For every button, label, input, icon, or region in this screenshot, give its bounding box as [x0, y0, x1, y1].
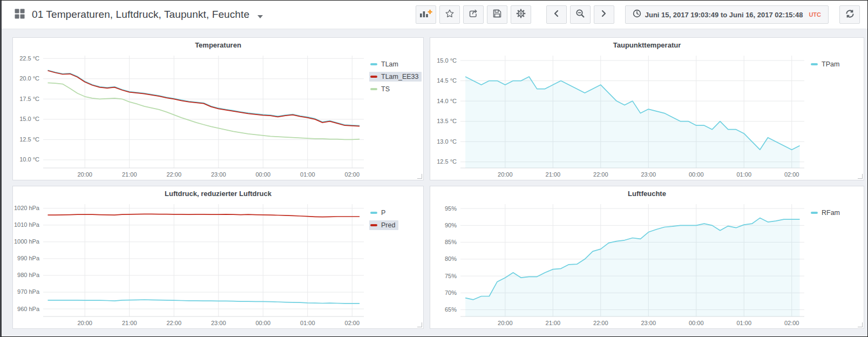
time-forward-button[interactable]	[594, 5, 614, 24]
panel-title[interactable]: Temperaturen	[13, 38, 423, 52]
svg-text:22:00: 22:00	[166, 320, 181, 326]
svg-text:02:00: 02:00	[345, 171, 360, 178]
navbar-right: Juni 15, 2017 19:03:49 to Juni 16, 2017 …	[416, 5, 867, 24]
svg-text:00:00: 00:00	[256, 320, 271, 326]
svg-text:20:00: 20:00	[498, 171, 513, 178]
panel-taupunkttemperatur: Taupunkttemperatur 20:0021:0022:0023:000…	[430, 37, 864, 180]
chart-canvas[interactable]: 20:0021:0022:0023:0000:0001:0002:00960 h…	[13, 201, 369, 328]
grafana-dashboard: 01 Temperaturen, Luftdruck, Taupunkt, Fe…	[0, 0, 868, 337]
panel-body: 20:0021:0022:0023:0000:0001:0002:0065%70…	[430, 201, 864, 328]
svg-text:22:00: 22:00	[593, 171, 608, 178]
legend-item-tlam_ee33[interactable]: TLam_EE33	[369, 72, 422, 82]
save-icon	[492, 9, 502, 21]
chart-area[interactable]: 20:0021:0022:0023:0000:0001:0002:0065%70…	[430, 201, 810, 328]
panel-resize-handle[interactable]	[858, 174, 863, 179]
legend-swatch	[370, 88, 377, 90]
gear-icon	[516, 9, 526, 21]
panel-resize-handle[interactable]	[858, 322, 863, 327]
panel-resize-handle[interactable]	[417, 322, 422, 327]
svg-text:970 hPa: 970 hPa	[17, 288, 40, 295]
settings-button[interactable]	[511, 5, 531, 24]
svg-text:20:00: 20:00	[498, 320, 513, 326]
save-button[interactable]	[487, 5, 507, 24]
svg-text:23:00: 23:00	[211, 171, 226, 178]
legend-item-tlam[interactable]: TLam	[369, 59, 402, 69]
panel-title[interactable]: Luftdruck, reduzierter Luftdruck	[13, 186, 423, 201]
chart-canvas[interactable]: 20:0021:0022:0023:0000:0001:0002:0012.5 …	[430, 52, 810, 180]
chart-area[interactable]: 20:0021:0022:0023:0000:0001:0002:0012.5 …	[430, 52, 810, 180]
svg-text:65%: 65%	[445, 306, 457, 313]
legend-item-rfam[interactable]: RFam	[810, 208, 843, 218]
svg-text:00:00: 00:00	[689, 171, 704, 178]
svg-text:00:00: 00:00	[256, 171, 271, 178]
add-panel-icon	[419, 9, 432, 21]
svg-text:70%: 70%	[445, 289, 457, 296]
legend-item-pred[interactable]: Pred	[369, 220, 398, 230]
svg-text:14.5 °C: 14.5 °C	[437, 77, 457, 84]
svg-text:14.0 °C: 14.0 °C	[437, 98, 457, 104]
zoom-out-button[interactable]	[570, 5, 591, 24]
share-button[interactable]	[463, 5, 484, 24]
legend-swatch	[811, 212, 818, 214]
dashboard-title[interactable]: 01 Temperaturen, Luftdruck, Taupunkt, Fe…	[32, 9, 249, 21]
panel-body: 20:0021:0022:0023:0000:0001:0002:00960 h…	[13, 201, 423, 328]
svg-text:10.0 °C: 10.0 °C	[19, 156, 39, 163]
svg-text:21:00: 21:00	[122, 320, 137, 326]
svg-text:23:00: 23:00	[641, 171, 656, 178]
svg-text:1000 hPa: 1000 hPa	[14, 238, 40, 245]
time-range-picker[interactable]: Juni 15, 2017 19:03:49 to Juni 16, 2017 …	[625, 5, 829, 24]
panel-title[interactable]: Luftfeuchte	[430, 186, 864, 201]
svg-text:17.5 °C: 17.5 °C	[19, 96, 39, 102]
chart-area[interactable]: 20:0021:0022:0023:0000:0001:0002:0010.0 …	[13, 52, 369, 180]
share-icon	[468, 9, 478, 21]
svg-text:22.5 °C: 22.5 °C	[19, 55, 39, 62]
chart-canvas[interactable]: 20:0021:0022:0023:0000:0001:0002:0010.0 …	[13, 52, 369, 180]
svg-text:75%: 75%	[445, 273, 457, 279]
legend-item-ts[interactable]: TS	[369, 84, 393, 94]
legend-item-tpam[interactable]: TPam	[810, 59, 843, 69]
chevron-right-icon	[601, 10, 607, 19]
star-icon	[445, 9, 455, 21]
legend-label: TS	[381, 85, 390, 93]
chart-area[interactable]: 20:0021:0022:0023:0000:0001:0002:00960 h…	[13, 201, 369, 328]
favorite-button[interactable]	[439, 5, 460, 24]
caret-down-icon[interactable]	[257, 11, 263, 21]
panel-body: 20:0021:0022:0023:0000:0001:0002:0010.0 …	[13, 52, 423, 180]
svg-text:22:00: 22:00	[593, 320, 608, 326]
svg-text:80%: 80%	[445, 255, 457, 262]
legend-label: TPam	[822, 60, 839, 68]
svg-text:1020 hPa: 1020 hPa	[14, 205, 40, 211]
legend-swatch	[370, 224, 377, 226]
svg-text:15.0 °C: 15.0 °C	[19, 116, 39, 122]
legend-label: TLam	[381, 60, 398, 68]
chart-canvas[interactable]: 20:0021:0022:0023:0000:0001:0002:0065%70…	[430, 201, 810, 328]
zoom-out-icon	[575, 9, 585, 21]
dashboard-grid-icon[interactable]	[15, 9, 25, 21]
svg-text:12.5 °C: 12.5 °C	[437, 158, 457, 165]
svg-text:01:00: 01:00	[300, 320, 315, 326]
svg-text:85%: 85%	[445, 239, 457, 245]
svg-text:15.0 °C: 15.0 °C	[437, 57, 457, 64]
refresh-button[interactable]	[839, 5, 860, 24]
legend-swatch	[811, 63, 818, 65]
legend: TLamTLam_EE33TS	[369, 52, 423, 180]
svg-text:21:00: 21:00	[546, 320, 561, 326]
svg-text:13.5 °C: 13.5 °C	[437, 118, 457, 124]
add-panel-button[interactable]	[416, 5, 436, 24]
panel-title[interactable]: Taupunkttemperatur	[430, 38, 864, 52]
svg-text:95%: 95%	[445, 205, 457, 212]
svg-text:00:00: 00:00	[689, 320, 704, 326]
navbar-left: 01 Temperaturen, Luftdruck, Taupunkt, Fe…	[2, 9, 416, 21]
svg-text:02:00: 02:00	[784, 171, 799, 178]
time-back-button[interactable]	[546, 5, 567, 24]
panel-luftdruck: Luftdruck, reduzierter Luftdruck 20:0021…	[12, 186, 424, 329]
legend-label: P	[381, 209, 385, 217]
svg-text:01:00: 01:00	[300, 171, 315, 178]
svg-text:980 hPa: 980 hPa	[17, 272, 40, 278]
legend: TPam	[810, 52, 864, 180]
panel-resize-handle[interactable]	[417, 174, 422, 179]
legend: PPred	[369, 201, 423, 328]
panel-body: 20:0021:0022:0023:0000:0001:0002:0012.5 …	[430, 52, 864, 180]
legend-item-p[interactable]: P	[369, 208, 389, 218]
svg-text:23:00: 23:00	[211, 320, 226, 326]
